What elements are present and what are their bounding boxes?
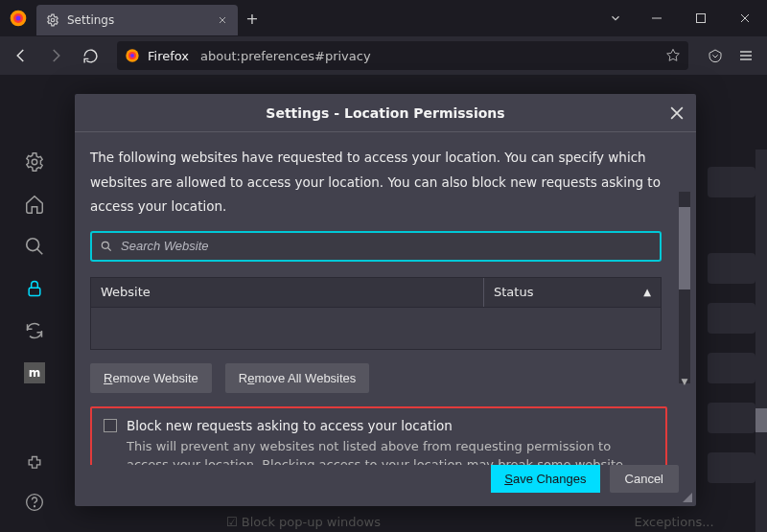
pocket-button[interactable] <box>700 40 731 71</box>
dialog-description: The following websites have requested to… <box>90 146 675 220</box>
dialog-header: Settings - Location Permissions <box>75 94 696 132</box>
tab-title: Settings <box>67 13 209 27</box>
url-bar[interactable]: Firefox about:preferences#privacy <box>117 41 688 70</box>
remove-website-button[interactable]: Remove Website <box>90 363 212 393</box>
gear-icon <box>46 13 59 27</box>
sidebar-more-icon[interactable]: m <box>24 362 45 383</box>
page-scrollbar-thumb[interactable] <box>755 408 767 432</box>
sidebar-privacy-icon[interactable] <box>24 278 45 299</box>
tabs-dropdown-button[interactable] <box>596 12 635 25</box>
search-website-field[interactable] <box>90 231 662 262</box>
svg-point-13 <box>102 242 108 248</box>
bookmark-star-icon[interactable] <box>665 48 681 63</box>
col-status[interactable]: Status ▲ <box>484 278 661 307</box>
reload-button[interactable] <box>75 40 105 71</box>
forward-button[interactable] <box>40 40 71 71</box>
dialog-title: Settings - Location Permissions <box>266 105 504 121</box>
permissions-table-body <box>90 308 662 350</box>
app-menu-button[interactable] <box>731 40 761 71</box>
block-requests-description: This will prevent any websites not liste… <box>127 437 654 465</box>
search-icon <box>100 240 113 253</box>
svg-point-12 <box>35 506 35 507</box>
sidebar-general-icon[interactable] <box>24 151 45 173</box>
block-requests-label: Block new requests asking to access your… <box>127 418 453 433</box>
close-icon[interactable] <box>217 14 228 26</box>
col-website[interactable]: Website <box>91 278 484 307</box>
svg-point-3 <box>51 18 55 22</box>
svg-point-7 <box>130 54 134 58</box>
new-tab-button[interactable]: + <box>238 10 267 28</box>
sidebar-home-icon[interactable] <box>24 194 45 215</box>
svg-point-8 <box>32 159 37 165</box>
cancel-button[interactable]: Cancel <box>610 465 679 493</box>
svg-point-9 <box>27 239 39 251</box>
dialog-close-button[interactable] <box>667 104 686 123</box>
svg-rect-10 <box>29 288 40 295</box>
window-minimize-button[interactable] <box>635 0 679 36</box>
dialog-scroll-down[interactable]: ▼ <box>679 376 690 387</box>
location-permissions-dialog: Settings - Location Permissions ▲ ▼ The … <box>75 94 696 506</box>
sidebar-help-icon[interactable] <box>24 492 45 513</box>
settings-sidebar: m <box>0 151 69 383</box>
window-close-button[interactable] <box>723 0 767 36</box>
block-new-requests-section: Block new requests asking to access your… <box>90 406 667 465</box>
url-text: about:preferences#privacy <box>200 49 371 63</box>
back-button[interactable] <box>6 40 36 71</box>
titlebar: Settings + <box>0 0 767 36</box>
resize-handle[interactable] <box>681 491 692 502</box>
browser-tab[interactable]: Settings <box>36 5 238 35</box>
dialog-scrollbar-thumb[interactable] <box>679 207 690 289</box>
firefox-logo <box>0 9 36 28</box>
behind-text: ☑ Block pop-up windows Exceptions... <box>226 515 714 529</box>
svg-point-2 <box>16 16 21 21</box>
block-requests-checkbox[interactable] <box>104 419 117 432</box>
sidebar-search-icon[interactable] <box>24 236 45 257</box>
page-scrollbar-track[interactable] <box>755 150 767 532</box>
sidebar-extensions-icon[interactable] <box>24 453 45 474</box>
window-maximize-button[interactable] <box>679 0 723 36</box>
permissions-table-header: Website Status ▲ <box>90 277 662 308</box>
behind-content <box>708 167 755 532</box>
firefox-icon <box>125 48 140 63</box>
sidebar-sync-icon[interactable] <box>24 320 45 341</box>
svg-rect-4 <box>697 14 706 23</box>
identity-label: Firefox <box>148 49 189 63</box>
nav-toolbar: Firefox about:preferences#privacy <box>0 36 767 75</box>
search-website-input[interactable] <box>121 239 652 253</box>
save-changes-button[interactable]: Save Changes <box>491 465 599 493</box>
sort-icon: ▲ <box>643 287 651 297</box>
remove-all-websites-button[interactable]: Remove All Websites <box>225 363 370 393</box>
